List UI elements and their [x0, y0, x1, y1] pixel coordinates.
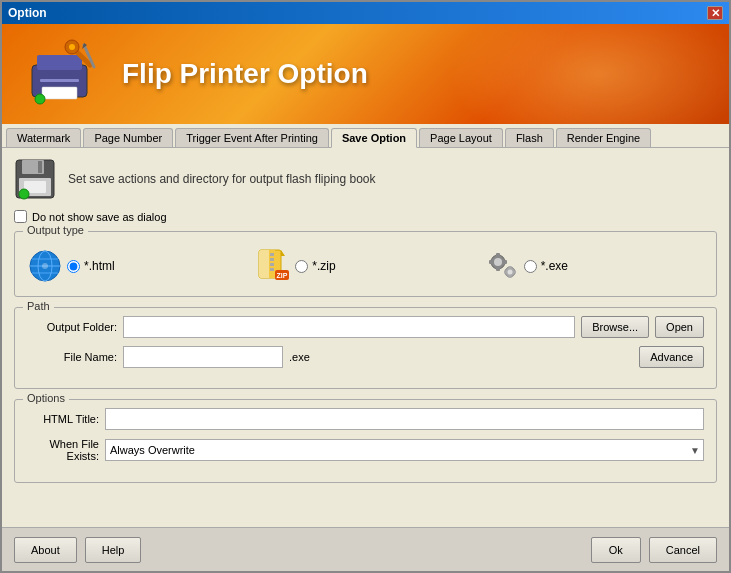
options-title: Options	[23, 392, 69, 404]
svg-point-21	[42, 263, 48, 269]
svg-rect-41	[508, 275, 511, 278]
svg-rect-26	[270, 253, 274, 256]
footer-right: Ok Cancel	[591, 537, 717, 563]
exe-label: *.exe	[541, 259, 568, 273]
svg-rect-2	[40, 79, 79, 82]
svg-marker-25	[281, 250, 285, 256]
options-group: Options HTML Title: When File Exists: Al…	[14, 399, 717, 483]
html-title-input[interactable]	[105, 408, 704, 430]
output-exe-option: *.exe	[484, 248, 704, 284]
main-content: Set save actions and directory for outpu…	[2, 148, 729, 527]
tab-save-option[interactable]: Save Option	[331, 128, 417, 148]
output-folder-label: Output Folder:	[27, 321, 117, 333]
do-not-show-row: Do not show save as dialog	[14, 210, 717, 223]
path-group: Path Output Folder: Browse... Open File …	[14, 307, 717, 389]
svg-rect-1	[37, 55, 82, 70]
svg-point-39	[507, 270, 512, 275]
tab-trigger-event[interactable]: Trigger Event After Printing	[175, 128, 329, 147]
output-folder-input[interactable]	[123, 316, 575, 338]
file-ext-label: .exe	[289, 351, 310, 363]
path-title: Path	[23, 300, 54, 312]
advance-button[interactable]: Advance	[639, 346, 704, 368]
zip-label: *.zip	[312, 259, 335, 273]
svg-rect-42	[504, 271, 507, 274]
svg-rect-35	[496, 267, 500, 271]
tab-page-layout[interactable]: Page Layout	[419, 128, 503, 147]
svg-rect-3	[42, 87, 77, 99]
output-type-title: Output type	[23, 224, 88, 236]
when-file-exists-label: When File Exists:	[27, 438, 99, 462]
exe-icon	[484, 248, 520, 284]
svg-point-15	[19, 189, 29, 199]
svg-rect-40	[508, 266, 511, 269]
svg-rect-43	[513, 271, 516, 274]
ok-button[interactable]: Ok	[591, 537, 641, 563]
header-icon	[22, 37, 102, 112]
when-file-exists-row: When File Exists: Always Overwrite Ask S…	[27, 438, 704, 462]
window-title: Option	[8, 6, 47, 20]
open-button[interactable]: Open	[655, 316, 704, 338]
do-not-show-label: Do not show save as dialog	[32, 211, 167, 223]
window: Option ✕ Flip Prin	[0, 0, 731, 573]
header-banner: Flip Printer Option	[2, 24, 729, 124]
svg-point-33	[494, 258, 502, 266]
tabs-bar: Watermark Page Number Trigger Event Afte…	[2, 124, 729, 148]
html-radio[interactable]	[67, 260, 80, 273]
footer: About Help Ok Cancel	[2, 527, 729, 571]
when-file-exists-select-wrap: Always Overwrite Ask Skip ▼	[105, 439, 704, 461]
file-name-input[interactable]	[123, 346, 283, 368]
output-html-option: *.html	[27, 248, 247, 284]
exe-radio[interactable]	[524, 260, 537, 273]
output-zip-option: ZIP *.zip	[255, 248, 475, 284]
svg-rect-34	[496, 253, 500, 257]
help-button[interactable]: Help	[85, 537, 142, 563]
file-name-row: File Name: .exe Advance	[27, 346, 704, 368]
cancel-button[interactable]: Cancel	[649, 537, 717, 563]
svg-text:ZIP: ZIP	[277, 272, 288, 279]
header-title: Flip Printer Option	[122, 58, 368, 90]
svg-rect-28	[270, 263, 274, 266]
about-button[interactable]: About	[14, 537, 77, 563]
html-icon	[27, 248, 63, 284]
svg-point-9	[35, 94, 45, 104]
floppy-icon	[14, 158, 56, 200]
zip-radio[interactable]	[295, 260, 308, 273]
section-description: Set save actions and directory for outpu…	[68, 172, 376, 186]
html-title-label: HTML Title:	[27, 413, 99, 425]
do-not-show-checkbox[interactable]	[14, 210, 27, 223]
browse-button[interactable]: Browse...	[581, 316, 649, 338]
tab-watermark[interactable]: Watermark	[6, 128, 81, 147]
zip-icon: ZIP	[255, 248, 291, 284]
tab-render-engine[interactable]: Render Engine	[556, 128, 651, 147]
when-file-exists-select[interactable]: Always Overwrite Ask Skip	[105, 439, 704, 461]
html-label: *.html	[84, 259, 115, 273]
file-name-label: File Name:	[27, 351, 117, 363]
output-type-group: Output type *.html	[14, 231, 717, 297]
svg-rect-29	[270, 268, 274, 271]
output-folder-row: Output Folder: Browse... Open	[27, 316, 704, 338]
svg-rect-27	[270, 258, 274, 261]
svg-rect-36	[489, 260, 493, 264]
output-type-row: *.html	[27, 248, 704, 284]
svg-rect-12	[38, 161, 42, 173]
section-header: Set save actions and directory for outpu…	[14, 158, 717, 200]
tab-page-number[interactable]: Page Number	[83, 128, 173, 147]
svg-point-6	[69, 44, 75, 50]
close-button[interactable]: ✕	[707, 6, 723, 20]
title-bar: Option ✕	[2, 2, 729, 24]
tab-flash[interactable]: Flash	[505, 128, 554, 147]
svg-rect-37	[503, 260, 507, 264]
html-title-row: HTML Title:	[27, 408, 704, 430]
